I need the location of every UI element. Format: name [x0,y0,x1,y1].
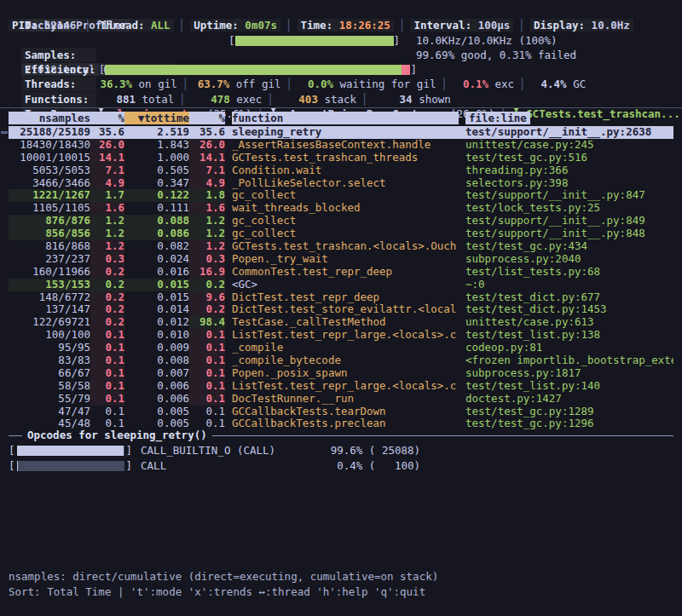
table-row[interactable]: 58/580.10.0060.1ListTest.test_repr_large… [9,380,673,393]
cell-function: DictTest.test_store_evilattr.<local... [232,303,459,316]
opcode-bar [17,446,124,456]
cell-fileline: subprocess.py:2040 [465,253,673,266]
cell-fileline: test/test_gc.py:1289 [465,406,673,418]
cell-percent: 0.1 [90,393,124,406]
cell-tottime: 0.016 [124,266,189,279]
cell-tottime: 0.088 [124,215,189,227]
table-header: nsamples%▼tottime%functionfile:line [9,112,673,125]
cell-nsamples: 153/153 [9,279,90,291]
info-field-label: PID: [12,19,44,32]
column-header-[interactable]: % [90,112,124,125]
info-field-value: 10.0Hz [592,19,630,32]
cell-tottime: 0.024 [124,253,189,266]
cell-cumpercent: 0.1 [189,367,225,380]
opcode-row: []CALL0.4% ( 100) [9,458,673,473]
cell-cumpercent: 0.1 [189,354,225,367]
cell-nsamples: 856/856 [9,227,90,240]
cell-function: Condition.wait [232,164,459,177]
cell-function: GCTests.test_trashcan.<locals>.Ouch... [232,240,459,253]
cell-percent: 7.1 [90,164,124,177]
functions-row: Functions:881 total│478 exec│403 stack│3… [9,78,677,92]
cell-cumpercent: 0.2 [189,303,225,316]
table-row[interactable]: 55/790.10.0060.1DocTestRunner.__rundocte… [9,393,673,406]
cell-percent: 0.1 [90,367,124,380]
cell-percent: 0.1 [90,354,124,367]
efficiency-text: 99.69% good, 0.31% failed [416,48,576,62]
cell-nsamples: 1221/1267 [9,189,90,202]
table-row[interactable]: 83/830.10.0080.1_compile_bytecode<frozen… [9,354,673,367]
opcode-stats: 99.6% ( 25088) [320,443,420,458]
column-header-nsamples[interactable]: nsamples [9,112,90,125]
cell-nsamples: 25188/25189 [9,126,90,139]
cell-tottime: 0.006 [124,380,189,393]
opcode-row: []CALL_BUILTIN_O (CALL)99.6% ( 25088) [9,443,673,458]
cell-nsamples: 122/69721 [9,316,90,329]
cell-function: GCCallbackTests.tearDown [232,406,459,418]
cell-nsamples: 237/237 [9,253,90,266]
samples-gauge-fill [235,36,394,46]
cell-tottime: 0.008 [124,354,189,367]
cell-fileline: doctest.py:1427 [465,393,673,406]
table-row[interactable]: 153/1530.20.0150.2<GC>~:0 [9,279,673,291]
cell-nsamples: 876/876 [9,215,90,227]
table-row[interactable]: 1105/11051.60.1111.6wait_threads_blocked… [9,202,673,215]
cell-function: _compile [232,342,459,354]
footer-keybinds: Sort: Total Time | 't':mode 'x':trends ↔… [9,584,425,599]
samples-gauge: [] [228,33,400,48]
table-row[interactable]: 47/470.10.0050.1GCCallbackTests.tearDown… [9,406,673,418]
table-row[interactable]: 122/697210.20.01298.4TestCase._callTestM… [9,316,673,329]
table-row[interactable]: 148/67720.20.0159.6DictTest.test_repr_de… [9,291,673,304]
column-header-function[interactable]: function [232,112,459,125]
opcode-name: CALL_BUILTIN_O (CALL) [141,443,320,458]
threads-row: Threads:36.3% on gil│63.7% off gil│0.0% … [9,62,677,77]
cell-fileline: test/test_dict.py:1453 [465,303,673,316]
cell-cumpercent: 0.1 [189,380,225,393]
column-header-file:line[interactable]: file:line [465,112,673,125]
info-field-interval: Interval: 100µs [410,19,513,32]
table-row[interactable]: 137/1470.20.0140.2DictTest.test_store_ev… [9,303,673,316]
info-field-pid: PID: 52146 [9,19,79,32]
table-row[interactable]: 18430/1843026.01.84326.0_AssertRaisesBas… [9,139,673,152]
cell-cumpercent: 0.1 [189,329,225,342]
info-field-value: 52146 [44,19,77,32]
table-row[interactable]: 95/950.10.0090.1_compilecodeop.py:81 [9,342,673,354]
cell-function: gc_collect [232,189,459,202]
cell-fileline: test/lock_tests.py:25 [465,202,673,215]
cell-cumpercent: 26.0 [189,139,225,152]
cell-fileline: unittest/case.py:613 [465,316,673,329]
field-separator: │ [79,19,96,32]
opcode-bar-open: [ [9,458,15,473]
table-row[interactable]: 160/119660.20.01616.9CommonTest.test_rep… [9,266,673,279]
cell-fileline: test/support/__init__.py:847 [465,189,673,202]
cell-cumpercent: 9.6 [189,291,225,304]
table-row[interactable]: 5053/50537.10.5057.1Condition.waitthread… [9,164,673,177]
opcode-bar-open: [ [9,443,15,458]
cell-function: _compile_bytecode [232,354,459,367]
column-header-label: function [232,112,459,124]
table-row-selected[interactable]: 25188/2518935.62.51935.6sleeping_retryte… [9,126,673,139]
cell-tottime: 0.012 [124,316,189,329]
cell-percent: 14.1 [90,152,124,164]
cell-cumpercent: 1.2 [189,215,225,227]
table-row[interactable]: 237/2370.30.0240.3Popen._try_waitsubproc… [9,253,673,266]
table-row[interactable]: 66/670.10.0070.1Popen._posix_spawnsubpro… [9,367,673,380]
table-row[interactable]: 3466/34664.90.3474.9_PollLikeSelector.se… [9,177,673,190]
table-row[interactable]: 816/8681.20.0821.2GCTests.test_trashcan.… [9,240,673,253]
table-row[interactable]: 1221/12671.70.1221.8gc_collecttest/suppo… [9,189,673,202]
cell-nsamples: 95/95 [9,342,90,354]
info-field-value: ALL [151,19,170,32]
table-row[interactable]: 856/8561.20.0861.2gc_collecttest/support… [9,227,673,240]
cell-nsamples: 58/58 [9,380,90,393]
cell-tottime: 0.014 [124,303,189,316]
cell-fileline: unittest/case.py:245 [465,139,673,152]
info-field-uptime: Uptime: 0m07s [190,19,280,32]
table-row[interactable]: 10001/1001514.11.00014.1GCTests.test_tra… [9,152,673,164]
table-row[interactable]: 876/8761.20.0881.2gc_collecttest/support… [9,215,673,227]
cell-nsamples: 160/11966 [9,266,90,279]
field-separator: │ [280,19,298,32]
table-row[interactable]: 100/1000.10.0100.1ListTest.test_repr_lar… [9,329,673,342]
cell-tottime: 0.005 [124,406,189,418]
column-header-tottime[interactable]: ▼tottime [124,112,189,125]
column-header-[interactable]: % [189,112,225,125]
cell-percent: 0.1 [90,380,124,393]
